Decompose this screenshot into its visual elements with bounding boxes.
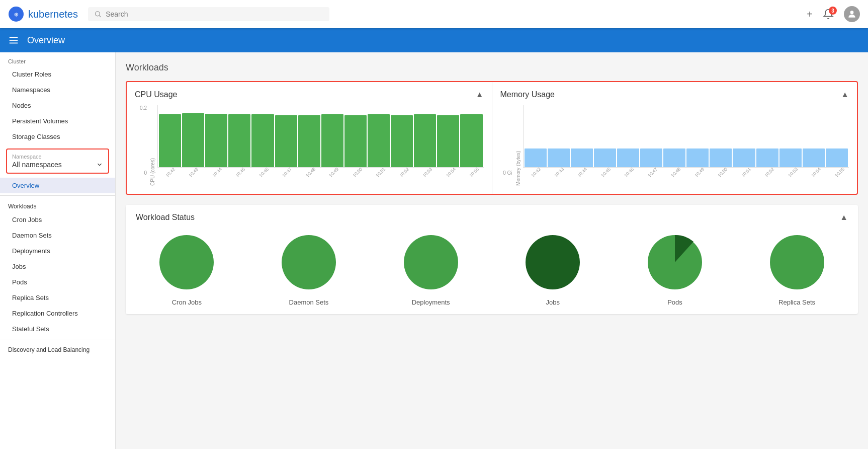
jobs-pie	[523, 232, 583, 292]
workload-status-items: Cron Jobs Daemon Sets Deployments	[136, 232, 848, 306]
workload-status-panel: Workload Status ▲ Cron Jobs Daemon Sets	[126, 205, 858, 314]
cpu-chart-collapse-button[interactable]: ▲	[476, 90, 484, 99]
cpu-y-label: CPU (cores)	[150, 105, 155, 186]
svg-point-4	[850, 11, 854, 14]
sidebar-item-nodes[interactable]: Nodes	[0, 98, 115, 113]
sidebar-divider	[0, 195, 115, 196]
svg-point-8	[159, 235, 214, 289]
sidebar-item-cron-jobs[interactable]: Cron Jobs	[0, 212, 115, 228]
sidebar-item-replica-sets[interactable]: Replica Sets	[0, 290, 115, 306]
sidebar-item-jobs[interactable]: Jobs	[0, 259, 115, 274]
jobs-label: Jobs	[546, 298, 560, 306]
sidebar-item-persistent-volumes[interactable]: Persistent Volumes	[0, 113, 115, 129]
daemon-sets-label: Daemon Sets	[289, 298, 329, 306]
sidebar-item-stateful-sets[interactable]: Stateful Sets	[0, 321, 115, 337]
memory-chart-title: Memory Usage	[500, 90, 555, 99]
cron-jobs-label: Cron Jobs	[172, 298, 202, 306]
memory-x-labels: 10:4210:4310:4410:4510:4610:4710:4810:49…	[523, 171, 849, 186]
main-content: Workloads CPU Usage ▲ 0.2 0 CPU (cores)	[116, 52, 868, 449]
person-icon	[847, 9, 857, 19]
deployments-label: Deployments	[412, 298, 450, 306]
status-item-pods: Pods	[645, 232, 705, 306]
status-item-cron-jobs: Cron Jobs	[156, 232, 217, 306]
cpu-chart-area: 0.2 0 CPU (cores) 10:4210:4310:4410:4510…	[135, 105, 484, 186]
sidebar-item-overview[interactable]: Overview	[0, 178, 115, 193]
memory-chart-area: 0 Gi Memory (bytes) 10:4210:4310:4410:45…	[500, 105, 849, 186]
workload-status-collapse-button[interactable]: ▲	[840, 213, 848, 222]
cpu-y-axis: 0.2 0	[135, 105, 149, 176]
memory-bars-wrapper: 10:4210:4310:4410:4510:4610:4710:4810:49…	[523, 105, 849, 186]
sidebar-item-deployments[interactable]: Deployments	[0, 243, 115, 259]
svg-point-11	[526, 235, 580, 289]
pods-pie	[645, 232, 705, 292]
chevron-down-icon	[96, 161, 103, 168]
memory-chart-header: Memory Usage ▲	[500, 90, 849, 99]
namespace-box: Namespace All namespaces	[6, 148, 109, 174]
sidebar: Cluster Cluster Roles Namespaces Nodes P…	[0, 52, 116, 449]
notification-button[interactable]: 3	[823, 9, 834, 20]
cpu-bars-wrapper: 10:4210:4310:4410:4510:4610:4710:4810:49…	[157, 105, 484, 186]
cpu-chart-header: CPU Usage ▲	[135, 90, 484, 99]
sub-header-title: Overview	[27, 35, 65, 46]
cpu-chart-title: CPU Usage	[135, 90, 177, 99]
sidebar-item-replication-controllers[interactable]: Replication Controllers	[0, 306, 115, 321]
memory-chart-collapse-button[interactable]: ▲	[841, 90, 849, 99]
sidebar-item-cluster-roles[interactable]: Cluster Roles	[0, 66, 115, 82]
replica-sets-pie	[767, 232, 827, 292]
sidebar-item-namespaces[interactable]: Namespaces	[0, 82, 115, 98]
pods-label: Pods	[667, 298, 682, 306]
discovery-group-label: Discovery and Load Balancing	[0, 341, 115, 355]
cluster-section-label: Cluster	[0, 52, 115, 66]
memory-chart-card: Memory Usage ▲ 0 Gi Memory (bytes) 10:42…	[492, 82, 857, 194]
notification-badge: 3	[829, 7, 837, 15]
menu-icon	[8, 35, 19, 46]
namespace-label: Namespace	[12, 154, 103, 160]
sidebar-item-storage-classes[interactable]: Storage Classes	[0, 129, 115, 144]
search-icon	[94, 10, 102, 18]
nav-right: + 3	[807, 6, 860, 22]
status-item-daemon-sets: Daemon Sets	[279, 232, 339, 306]
logo-area: ⎈ kubernetes	[8, 6, 78, 22]
add-button[interactable]: +	[807, 9, 813, 20]
cpu-x-labels: 10:4210:4310:4410:4510:4610:4710:4810:49…	[157, 171, 484, 186]
cpu-bars	[157, 105, 484, 168]
svg-point-13	[770, 235, 824, 289]
top-navigation: ⎈ kubernetes + 3	[0, 0, 868, 28]
status-panel-header: Workload Status ▲	[136, 213, 848, 222]
svg-point-10	[404, 235, 458, 289]
hamburger-button[interactable]	[8, 35, 19, 46]
main-layout: Cluster Cluster Roles Namespaces Nodes P…	[0, 52, 868, 449]
svg-point-2	[96, 12, 100, 16]
workloads-group-label: Workloads	[0, 198, 115, 212]
workload-status-title: Workload Status	[136, 213, 195, 222]
page-title: Workloads	[126, 62, 858, 73]
namespace-select[interactable]: All namespaces	[12, 161, 103, 169]
replica-sets-label: Replica Sets	[778, 298, 815, 306]
memory-bars	[523, 105, 849, 168]
avatar[interactable]	[844, 6, 860, 22]
status-item-deployments: Deployments	[401, 232, 461, 306]
status-item-replica-sets: Replica Sets	[767, 232, 827, 306]
search-bar[interactable]	[88, 7, 329, 21]
sidebar-item-pods[interactable]: Pods	[0, 274, 115, 290]
sidebar-divider-2	[0, 339, 115, 339]
svg-point-9	[282, 235, 336, 289]
memory-y-label: Memory (bytes)	[515, 105, 521, 186]
sidebar-item-daemon-sets[interactable]: Daemon Sets	[0, 228, 115, 243]
app-title: kubernetes	[28, 9, 78, 20]
deployments-pie	[401, 232, 461, 292]
charts-panel: CPU Usage ▲ 0.2 0 CPU (cores) 10:4210:43…	[126, 81, 858, 195]
status-item-jobs: Jobs	[523, 232, 583, 306]
cron-jobs-pie	[156, 232, 217, 292]
cpu-chart-card: CPU Usage ▲ 0.2 0 CPU (cores) 10:4210:43…	[127, 82, 492, 194]
svg-line-3	[100, 16, 101, 17]
svg-text:⎈: ⎈	[14, 10, 19, 18]
memory-y-axis: 0 Gi	[500, 105, 514, 176]
kubernetes-logo: ⎈	[8, 6, 24, 22]
daemon-sets-pie	[279, 232, 339, 292]
search-input[interactable]	[106, 10, 323, 18]
sub-header: Overview	[0, 28, 868, 52]
